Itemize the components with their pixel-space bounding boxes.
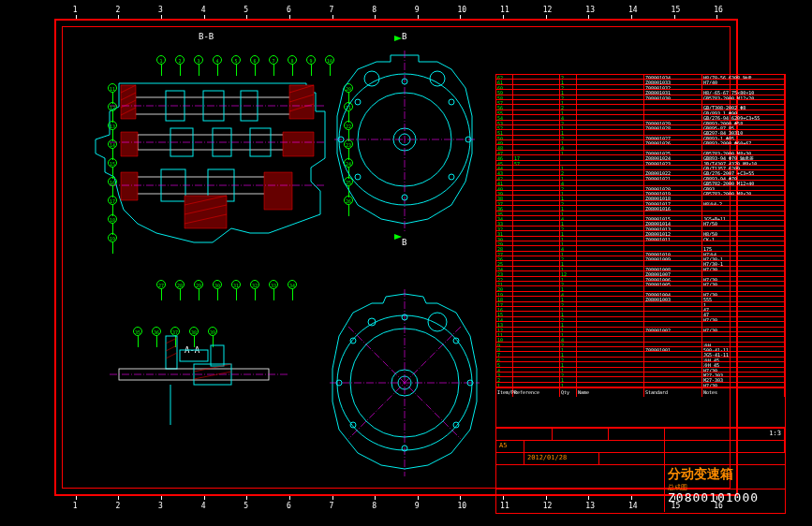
part-number: Z0800101000 — [665, 489, 785, 512]
svg-point-39 — [355, 99, 361, 105]
section-arrow-b-top: B — [402, 32, 406, 41]
callout-balloon: 19 — [108, 233, 117, 242]
callout-balloon: 3 — [194, 55, 203, 65]
callout-balloon: 17 — [108, 196, 117, 205]
callout-balloon: 13 — [108, 121, 117, 130]
cad-canvas: B-B B — [0, 0, 812, 526]
arrow-icon — [394, 234, 402, 240]
svg-point-28 — [364, 71, 379, 86]
drawing-title: 分动变速箱 — [668, 466, 782, 483]
side-view-top — [330, 51, 480, 238]
svg-rect-41 — [180, 350, 208, 361]
svg-point-35 — [449, 174, 454, 180]
svg-point-29 — [430, 71, 445, 86]
callout-balloon: 12 — [108, 102, 117, 111]
svg-line-49 — [166, 353, 177, 358]
callout-balloon: 5 — [231, 55, 241, 65]
callout-balloon: 11 — [108, 83, 117, 93]
section-label-bb: B-B — [199, 32, 214, 41]
scale: 1:3 — [665, 429, 785, 440]
callout-balloon: 18 — [108, 214, 117, 224]
callout-balloon: 29 — [194, 280, 203, 289]
callout-balloon: 7 — [269, 55, 278, 65]
callout-balloon: 9 — [306, 55, 316, 65]
svg-line-50 — [194, 364, 231, 372]
svg-line-48 — [166, 345, 177, 351]
callout-balloon: 34 — [288, 280, 297, 289]
callout-balloon: 33 — [269, 280, 278, 289]
svg-point-33 — [449, 99, 454, 105]
cross-section-view — [81, 46, 344, 280]
callout-balloon: 27 — [156, 280, 166, 289]
rev: A5 — [496, 441, 524, 452]
callout-balloon: 1 — [156, 55, 166, 65]
svg-point-37 — [355, 174, 361, 180]
callout-balloon: 6 — [250, 55, 259, 65]
callout-balloon: 2 — [175, 55, 185, 65]
section-arrow-b-bot: B — [402, 238, 406, 247]
svg-point-57 — [368, 318, 376, 326]
callout-balloon: 30 — [213, 280, 222, 289]
callout-balloon: 16 — [108, 177, 117, 186]
arrow-icon — [394, 36, 402, 41]
callout-balloon: 32 — [250, 280, 259, 289]
callout-balloon: 28 — [175, 280, 185, 289]
svg-rect-42 — [211, 345, 224, 366]
bom-rows: 622Z08001034H8/70-56 6308 轴承611Z08001033… — [496, 75, 785, 387]
callout-balloon: 14 — [108, 139, 117, 149]
svg-line-47 — [166, 338, 177, 343]
side-view-bottom — [325, 289, 484, 476]
title-block: 1:3 A5 2012/01/28 分动变速箱 总成图 — [495, 428, 786, 514]
detail-aa-view — [100, 299, 306, 439]
date: 2012/01/28 — [524, 453, 599, 464]
callout-balloon: 4 — [213, 55, 222, 65]
bom-header: Item/Pc Reference Qty Name Standard Note… — [496, 387, 785, 397]
svg-line-51 — [194, 372, 231, 379]
svg-point-56 — [428, 313, 447, 331]
callout-balloon: 15 — [108, 158, 117, 168]
bom-table: 622Z08001034H8/70-56 6308 轴承611Z08001033… — [495, 74, 786, 428]
callout-balloon: 8 — [288, 55, 297, 65]
drawing-frame: B-B B — [62, 26, 731, 489]
drawing-border: B-B B — [54, 19, 738, 496]
callout-balloon: 31 — [231, 280, 241, 289]
